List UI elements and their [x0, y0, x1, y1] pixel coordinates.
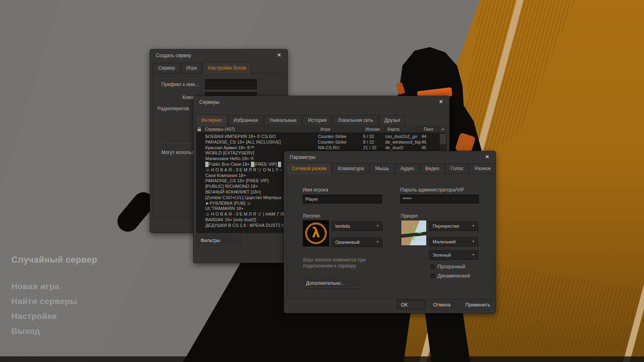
tab[interactable]: Настройки ботов: [203, 62, 251, 74]
options-tabs: Сетевой режим Клавиатура Мышь Аудио Виде…: [287, 162, 497, 174]
advanced-button[interactable]: Дополнительно...: [302, 278, 361, 288]
lambda-icon: λ: [312, 225, 320, 241]
tab[interactable]: Клавиатура: [332, 163, 369, 174]
crosshair-icon: [406, 232, 410, 233]
tab[interactable]: Голос: [446, 163, 469, 174]
crosshair-icon: [417, 232, 422, 233]
server-list-header: Серверы (407) Игра Игроки Карта Пинг: [196, 126, 439, 133]
tab[interactable]: Аудио: [395, 163, 419, 174]
admin-password-input[interactable]: *****: [400, 195, 479, 204]
filters-button[interactable]: Фильтры: [197, 236, 240, 245]
server-players: 21 / 32: [363, 145, 385, 151]
player-name-input[interactable]: Player: [303, 195, 382, 204]
chevron-down-icon: ▼: [472, 237, 475, 246]
transparent-checkbox[interactable]: [430, 264, 436, 270]
close-icon[interactable]: ✕: [276, 52, 282, 58]
close-icon[interactable]: ✕: [484, 154, 490, 160]
tab[interactable]: Друзья: [379, 115, 405, 126]
logo-note-line1: Ваш логотип изменится при: [303, 257, 366, 263]
scroll-up-icon[interactable]: ▲: [440, 126, 446, 133]
options-title: Параметры: [290, 154, 316, 160]
server-row[interactable]: БОЕВАЯ ИМПЕРИЯ 18+ © CS:GO Counter-Strik…: [196, 134, 439, 140]
server-players: 5 / 32: [363, 134, 385, 140]
tab[interactable]: Уникальные: [264, 115, 302, 126]
logo-label: Логотип: [303, 213, 320, 219]
tab[interactable]: Игра: [181, 63, 202, 74]
column-header-game[interactable]: Игра: [318, 126, 363, 133]
game-main-screen: Случайный сервер Новая игра Найти сервер…: [0, 0, 644, 362]
server-game: Counter-Strike: [318, 134, 363, 140]
crosshair-preview: [401, 220, 427, 246]
create-server-title: Создать сервер: [156, 53, 191, 58]
scroll-thumb[interactable]: [440, 134, 446, 145]
server-name: PARADISE_CS 18+ [ALL INCLUSIVE]: [196, 140, 318, 145]
crosshair-type-dropdown[interactable]: Перекрестие▼: [429, 221, 478, 231]
column-header-ping[interactable]: Пинг: [421, 126, 439, 133]
crosshair-color-dropdown[interactable]: Зеленый▼: [429, 250, 478, 260]
create-server-tabs: Сервер Игра Настройки ботов: [153, 62, 252, 74]
menu-item[interactable]: Найти серверы: [11, 296, 77, 306]
player-name-label: Имя игрока: [303, 187, 328, 193]
close-icon[interactable]: ✕: [438, 99, 444, 105]
tab[interactable]: Сервер: [153, 63, 180, 74]
tab[interactable]: Видео: [420, 163, 444, 174]
bot-command-label: Кома: [182, 95, 194, 100]
dynamic-checkbox[interactable]: [430, 273, 436, 279]
lock-column-header[interactable]: [196, 126, 202, 133]
bot-section-label: Могут использ: [161, 150, 194, 155]
server-name: Красная Армия 18+ ®™: [196, 145, 318, 151]
logo-note-line2: подключении к серверу.: [303, 263, 357, 269]
crosshair-type-value: Перекрестие: [433, 224, 459, 228]
transparent-checkbox-label: Прозрачный: [438, 264, 465, 269]
tab[interactable]: Разное: [469, 163, 496, 174]
crosshair-size-value: Маленький: [433, 239, 456, 244]
menu-item-random-server[interactable]: Случайный сервер: [11, 255, 97, 265]
server-name: БОЕВАЯ ИМПЕРИЯ 18+ © CS:GO: [196, 134, 318, 140]
crosshair-icon: [413, 236, 414, 240]
server-players: 8 / 32: [363, 140, 385, 145]
bot-prefix-label: Префикс к име...: [161, 82, 199, 87]
server-game: RA-CS.RU: [318, 145, 363, 151]
tab[interactable]: Интернет: [196, 114, 227, 126]
logo-color-dropdown[interactable]: Оранжевый▼: [332, 237, 382, 247]
apply-button[interactable]: Применить: [462, 300, 490, 309]
logo-type-dropdown[interactable]: lambda▼: [332, 221, 382, 231]
column-header-map[interactable]: Карта: [385, 126, 421, 133]
ok-button[interactable]: OK: [397, 300, 425, 309]
crosshair-size-dropdown[interactable]: Маленький▼: [429, 237, 478, 247]
logo-preview: λ: [303, 220, 329, 247]
bot-prefix-input[interactable]: [205, 79, 257, 89]
tab[interactable]: Локальная сеть: [333, 115, 378, 126]
main-menu: Новая игра Найти серверы Настройки Выход: [11, 282, 77, 335]
servers-title: Серверы: [199, 99, 219, 105]
chevron-down-icon: ▼: [472, 222, 475, 230]
menu-item[interactable]: Выход: [11, 326, 77, 335]
server-ping: 45: [421, 145, 439, 151]
server-ping: 44: [421, 134, 439, 140]
server-map: de_westwood_big: [385, 140, 421, 145]
crosshair-color-value: Зеленый: [433, 253, 451, 257]
dynamic-checkbox-label: Динамический: [438, 273, 470, 279]
crosshair-icon: [413, 226, 414, 230]
server-map: de_dust2: [385, 145, 421, 151]
menu-item[interactable]: Настройки: [11, 311, 77, 321]
column-header-servers[interactable]: Серверы (407): [202, 126, 318, 133]
server-row[interactable]: PARADISE_CS 18+ [ALL INCLUSIVE] Counter-…: [196, 140, 439, 145]
tab[interactable]: Избранное: [228, 115, 263, 126]
server-map: css_dust2x2_go: [385, 134, 421, 140]
admin-password-label: Пароль администратора/VIP: [400, 187, 464, 193]
server-row[interactable]: Красная Армия 18+ ®™ RA-CS.RU 21 / 32 de…: [196, 145, 439, 151]
chevron-down-icon: ▼: [376, 238, 379, 247]
cancel-button[interactable]: Отмена: [429, 300, 458, 309]
servers-tabs: Интернет Избранное Уникальные История Ло…: [196, 114, 406, 126]
menu-item[interactable]: Новая игра: [11, 282, 77, 291]
crosshair-label: Прицел: [401, 213, 418, 219]
options-dialog: Параметры ✕ Сетевой режим Клавиатура Мыш…: [284, 151, 496, 313]
tab[interactable]: История: [303, 115, 332, 126]
logo-type-value: lambda: [335, 224, 350, 228]
tab[interactable]: Сетевой режим: [287, 162, 332, 175]
server-game: Counter-Strike: [318, 140, 363, 145]
column-header-players[interactable]: Игроки: [363, 126, 385, 133]
tab[interactable]: Мышь: [370, 163, 394, 174]
chevron-down-icon: ▼: [472, 251, 475, 259]
